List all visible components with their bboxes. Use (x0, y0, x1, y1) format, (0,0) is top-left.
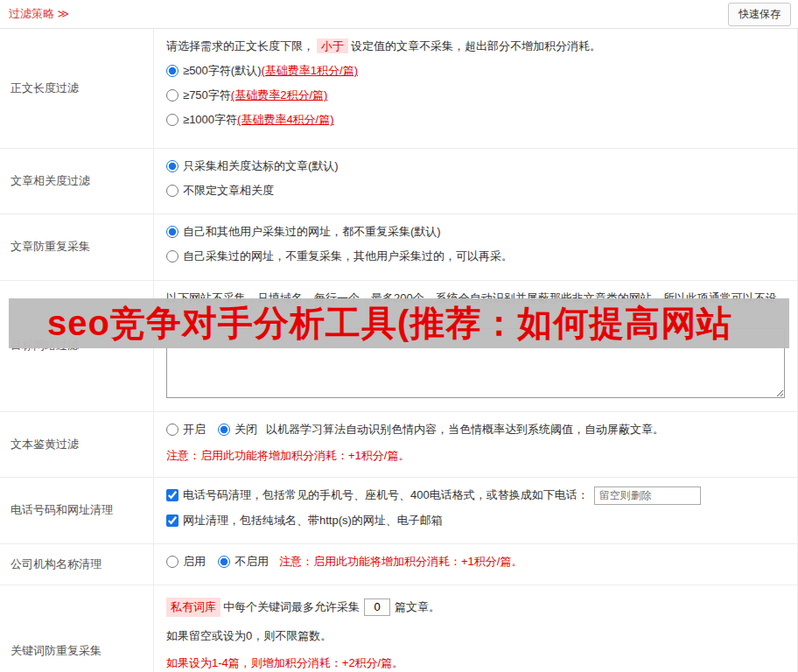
radio-750-chars[interactable] (166, 89, 178, 102)
relevance-content: 只采集相关度达标的文章(默认) 不限定文章相关度 (154, 149, 797, 214)
radio-option-dedup-global[interactable]: 自己和其他用户采集过的网址，都不重复采集(默认) (166, 223, 785, 241)
phone-cleanup-label: 电话号码清理，包括常见的手机号、座机号、400电话格式，或替换成如下电话： (183, 486, 589, 504)
row-label-company-cleanup: 公司机构名称清理 (0, 544, 154, 584)
max-articles-input[interactable] (364, 598, 390, 616)
radio-1000-chars[interactable] (166, 114, 178, 126)
intro-highlight-term: 小于 (317, 38, 348, 53)
radio-dedup-global[interactable] (166, 226, 178, 238)
radio-dedup-self-label: 自己采集过的网址，不重复采集，其他用户采集过的，可以再采。 (183, 248, 513, 265)
keyword-note-1-4: 如果设为1-4篇，则增加积分消耗：+2积分/篇。 (166, 654, 785, 672)
company-cleanup-options-line: 启用 不启用 注意：启用此功能将增加积分消耗：+1积分/篇。 (166, 553, 785, 570)
body-length-intro: 请选择需求的正文长度下限，小于设定值的文章不采集，超出部分不增加积分消耗。 (166, 38, 785, 55)
company-cleanup-content: 启用 不启用 注意：启用此功能将增加积分消耗：+1积分/篇。 (154, 544, 797, 584)
radio-option-company-off[interactable]: 不启用 (218, 553, 269, 570)
radio-500-fee-note: (基础费率1积分/篇) (261, 62, 358, 80)
radio-porn-on-label: 开启 (183, 421, 206, 438)
radio-500-label: ≥500字符(默认) (183, 62, 261, 80)
row-relevance-filter: 文章相关度过滤 只采集相关度达标的文章(默认) 不限定文章相关度 (0, 149, 797, 214)
keyword-note-zero: 如果留空或设为0，则不限篇数。 (166, 627, 785, 645)
porn-filter-warning: 注意：启用此功能将增加积分消耗：+1积分/篇。 (166, 447, 785, 465)
radio-porn-off[interactable] (218, 424, 230, 436)
porn-filter-description: 以机器学习算法自动识别色情内容，当色情概率达到系统阈值，自动屏蔽文章。 (266, 421, 664, 438)
radio-option-dedup-self[interactable]: 自己采集过的网址，不重复采集，其他用户采集过的，可以再采。 (166, 248, 785, 265)
radio-dedup-self[interactable] (166, 250, 178, 262)
row-phone-url-cleanup: 电话号码和网址清理 电话号码清理，包括常见的手机号、座机号、400电话格式，或替… (0, 478, 797, 544)
radio-500-chars[interactable] (166, 65, 178, 77)
filter-settings-table: 正文长度过滤 请选择需求的正文长度下限，小于设定值的文章不采集，超出部分不增加积… (0, 29, 798, 672)
radio-dedup-global-label: 自己和其他用户采集过的网址，都不重复采集(默认) (183, 223, 441, 241)
radio-option-relevance-any[interactable]: 不限定文章相关度 (166, 182, 785, 200)
radio-relevance-strict-label: 只采集相关度达标的文章(默认) (183, 158, 339, 175)
row-company-cleanup: 公司机构名称清理 启用 不启用 注意：启用此功能将增加积分消耗：+1积分/篇。 (0, 544, 797, 585)
keyword-limit-suffix: 篇文章。 (395, 598, 440, 616)
radio-company-off[interactable] (218, 556, 230, 568)
row-keyword-dedup: 关键词防重复采集 私有词库 中每个关键词最多允许采集 篇文章。 如果留空或设为0… (0, 585, 797, 672)
radio-porn-off-label: 关闭 (234, 421, 257, 438)
radio-1000-label: ≥1000字符 (183, 111, 237, 129)
phone-url-content: 电话号码清理，包括常见的手机号、座机号、400电话格式，或替换成如下电话： 网址… (154, 478, 797, 543)
row-label-porn-filter: 文本鉴黄过滤 (0, 412, 154, 477)
dedup-content: 自己和其他用户采集过的网址，都不重复采集(默认) 自己采集过的网址，不重复采集，… (154, 214, 797, 279)
row-label-dedup: 文章防重复采集 (0, 214, 154, 279)
url-cleanup-line: 网址清理，包括纯域名、带http(s)的网址、电子邮箱 (166, 512, 785, 529)
quick-save-button[interactable]: 快速保存 (728, 3, 791, 26)
radio-company-on[interactable] (166, 556, 178, 568)
radio-option-company-on[interactable]: 启用 (166, 553, 206, 570)
checkbox-url-cleanup[interactable] (166, 514, 178, 527)
radio-option-relevance-strict[interactable]: 只采集相关度达标的文章(默认) (166, 158, 785, 175)
radio-option-porn-off[interactable]: 关闭 (218, 421, 257, 438)
keyword-limit-text: 中每个关键词最多允许采集 (223, 598, 360, 616)
row-porn-filter: 文本鉴黄过滤 开启 关闭 以机器学习算法自动识别色情内容，当色情概率达到系统阈值… (0, 412, 797, 478)
keyword-dedup-content: 私有词库 中每个关键词最多允许采集 篇文章。 如果留空或设为0，则不限篇数。 如… (154, 585, 797, 672)
radio-1000-fee-note: (基础费率4积分/篇) (237, 111, 334, 129)
row-dedup-filter: 文章防重复采集 自己和其他用户采集过的网址，都不重复采集(默认) 自己采集过的网… (0, 214, 797, 280)
radio-option-1000-chars[interactable]: ≥1000字符 (基础费率4积分/篇) (166, 111, 785, 129)
radio-company-off-label: 不启用 (234, 553, 269, 570)
body-length-content: 请选择需求的正文长度下限，小于设定值的文章不采集，超出部分不增加积分消耗。 ≥5… (154, 29, 797, 148)
row-label-relevance: 文章相关度过滤 (0, 149, 154, 214)
keyword-limit-line: 私有词库 中每个关键词最多允许采集 篇文章。 (166, 598, 785, 617)
company-cleanup-warning: 注意：启用此功能将增加积分消耗：+1积分/篇。 (279, 553, 522, 570)
intro-text-before: 请选择需求的正文长度下限， (166, 39, 314, 52)
private-lexicon-highlight: 私有词库 (166, 598, 220, 617)
header-bar: 过滤策略 ≫ 快速保存 (0, 0, 798, 29)
row-label-body-length: 正文长度过滤 (0, 29, 154, 148)
radio-option-porn-on[interactable]: 开启 (166, 421, 206, 438)
page-title[interactable]: 过滤策略 ≫ (9, 6, 69, 22)
row-label-keyword-dedup: 关键词防重复采集 (0, 585, 154, 672)
radio-750-fee-note: (基础费率2积分/篇) (231, 87, 328, 104)
row-body-length-filter: 正文长度过滤 请选择需求的正文长度下限，小于设定值的文章不采集，超出部分不增加积… (0, 29, 797, 149)
radio-750-label: ≥750字符 (183, 87, 231, 104)
porn-filter-content: 开启 关闭 以机器学习算法自动识别色情内容，当色情概率达到系统阈值，自动屏蔽文章… (154, 412, 797, 477)
radio-option-500-chars[interactable]: ≥500字符(默认) (基础费率1积分/篇) (166, 62, 785, 80)
row-label-phone-url: 电话号码和网址清理 (0, 478, 154, 543)
intro-text-after: 设定值的文章不采集，超出部分不增加积分消耗。 (351, 39, 601, 52)
phone-cleanup-line: 电话号码清理，包括常见的手机号、座机号、400电话格式，或替换成如下电话： (166, 486, 785, 505)
checkbox-phone-cleanup[interactable] (166, 489, 178, 501)
porn-filter-options-line: 开启 关闭 以机器学习算法自动识别色情内容，当色情概率达到系统阈值，自动屏蔽文章… (166, 421, 785, 438)
radio-porn-on[interactable] (166, 424, 178, 436)
watermark-overlay-banner: seo竞争对手分析工具(推荐：如何提高网站 (9, 298, 789, 348)
replacement-phone-input[interactable] (594, 486, 701, 505)
url-cleanup-label: 网址清理，包括纯域名、带http(s)的网址、电子邮箱 (183, 512, 443, 529)
radio-relevance-strict[interactable] (166, 160, 178, 172)
radio-relevance-any[interactable] (166, 185, 178, 197)
radio-option-750-chars[interactable]: ≥750字符 (基础费率2积分/篇) (166, 87, 785, 104)
radio-company-on-label: 启用 (183, 553, 206, 570)
radio-relevance-any-label: 不限定文章相关度 (183, 182, 274, 200)
